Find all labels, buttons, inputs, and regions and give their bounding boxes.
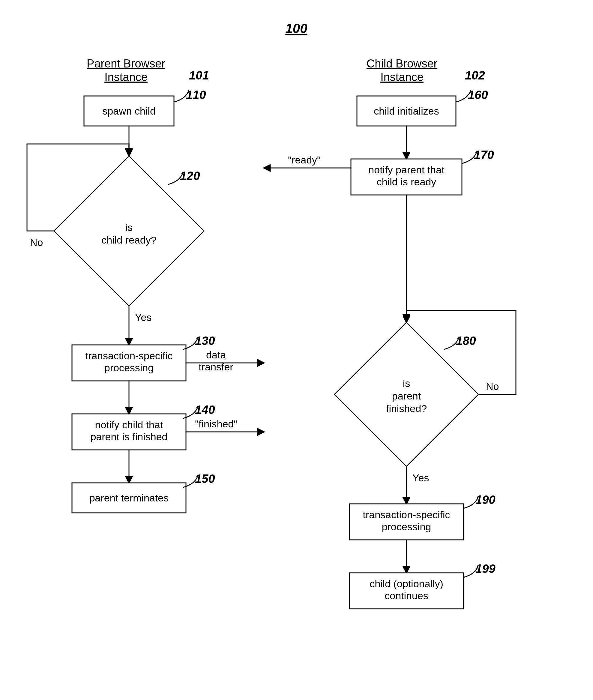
child-title-l1: Child Browser	[366, 57, 438, 70]
n140-l2: parent is finished	[90, 431, 167, 442]
lbl-yes-left: Yes	[135, 312, 152, 323]
parent-title-l1: Parent Browser	[87, 57, 165, 70]
flowchart-canvas: 100 Parent Browser Instance 101 Child Br…	[0, 0, 593, 700]
n170-ref: 170	[474, 148, 494, 161]
lbl-yes-right: Yes	[412, 472, 429, 484]
lbl-ready: "ready"	[288, 154, 321, 166]
n180-l2: parent	[392, 390, 421, 402]
n120-ref: 120	[180, 169, 200, 182]
n170-l1: notify parent that	[368, 164, 444, 175]
n110-l1: spawn child	[102, 105, 156, 117]
n110-ref: 110	[186, 88, 206, 101]
lbl-data-l2: transfer	[199, 361, 233, 372]
n130-l1: transaction-specific	[85, 350, 172, 361]
n180-l1: is	[403, 378, 410, 389]
n199-l1: child (optionally)	[369, 578, 443, 589]
n160-l1: child initializes	[374, 105, 439, 117]
n160-ref: 160	[468, 88, 488, 101]
n170-l2: child is ready	[377, 176, 436, 188]
n190-l1: transaction-specific	[363, 509, 450, 520]
lbl-no-right: No	[486, 381, 499, 392]
n150-ref: 150	[195, 472, 215, 485]
lbl-finished: "finished"	[195, 418, 237, 429]
n190-l2: processing	[382, 521, 431, 532]
n180-l3: finished?	[386, 403, 427, 414]
n140-l1: notify child that	[95, 419, 163, 430]
parent-title-l2: Instance	[105, 71, 148, 83]
n180-ref: 180	[456, 334, 476, 347]
n120-l1: is	[125, 222, 133, 233]
n120-l2: child ready?	[102, 234, 156, 246]
n199-l2: continues	[385, 590, 428, 601]
lbl-no-left: No	[30, 237, 43, 248]
parent-col-ref: 101	[189, 69, 209, 82]
figure-ref: 100	[285, 21, 308, 36]
n130-ref: 130	[195, 334, 215, 347]
n190-ref: 190	[475, 493, 496, 506]
child-title-l2: Instance	[380, 71, 424, 83]
n130-l2: processing	[105, 362, 154, 373]
lbl-data-l1: data	[206, 349, 226, 361]
n199-ref: 199	[475, 562, 496, 575]
child-col-ref: 102	[465, 69, 485, 82]
n140-ref: 140	[195, 403, 215, 416]
n150-l1: parent terminates	[89, 492, 169, 503]
